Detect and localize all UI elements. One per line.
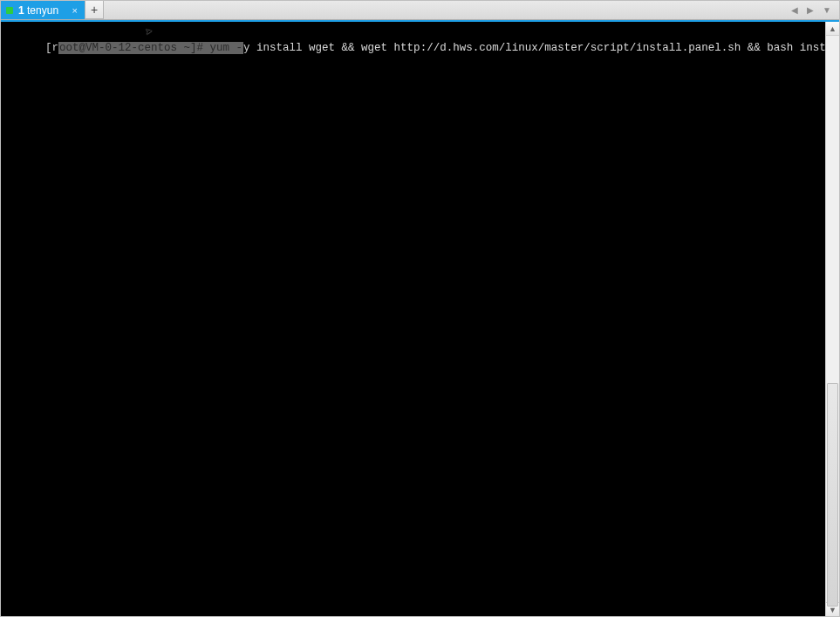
next-tab-button[interactable]: ▶ — [804, 3, 816, 17]
terminal-line: [root@VM-0-12-centos ~]# yum -y install … — [45, 41, 825, 55]
prompt-suffix: y — [243, 42, 250, 54]
new-tab-button[interactable]: + — [85, 1, 104, 19]
scroll-thumb[interactable] — [827, 383, 838, 607]
prompt-highlight: oot@VM-0-12-centos ~]# yum - — [58, 42, 243, 54]
scroll-track[interactable] — [826, 36, 839, 602]
app-window: 1 tenyun × + ◀ ▶ ▼ [root@VM-0-12-centos … — [0, 0, 840, 617]
prev-tab-button[interactable]: ◀ — [789, 3, 801, 17]
tab-label: 1 tenyun — [18, 4, 58, 17]
connection-status-icon — [6, 7, 13, 14]
terminal-area: [root@VM-0-12-centos ~]# yum -y install … — [1, 22, 839, 616]
prompt-prefix: [r — [45, 42, 58, 54]
scroll-up-button[interactable]: ▲ — [826, 22, 839, 36]
command-text: install wget && wget http://d.hws.com/li… — [250, 42, 825, 54]
mouse-pointer-icon: ➤ — [145, 24, 154, 39]
vertical-scrollbar[interactable]: ▲ ▼ — [825, 22, 839, 616]
tab-tenyun[interactable]: 1 tenyun × — [1, 1, 85, 19]
tab-bar-controls: ◀ ▶ ▼ — [789, 1, 839, 19]
tab-menu-button[interactable]: ▼ — [820, 3, 834, 17]
tab-bar: 1 tenyun × + ◀ ▶ ▼ — [1, 1, 839, 20]
close-icon[interactable]: × — [71, 5, 79, 16]
terminal[interactable]: [root@VM-0-12-centos ~]# yum -y install … — [1, 22, 825, 616]
